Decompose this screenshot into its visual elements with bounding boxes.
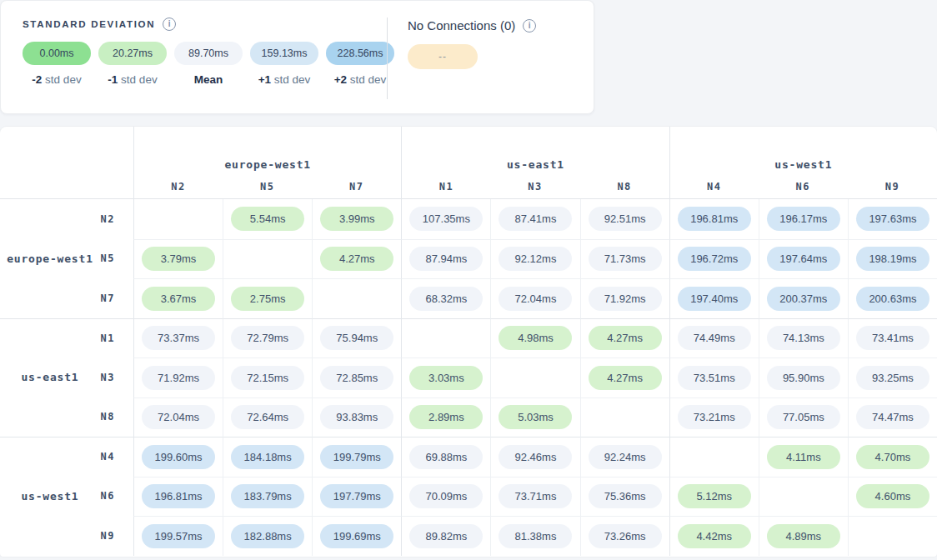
latency-pill[interactable]: 77.05ms xyxy=(767,405,840,429)
latency-cell-self xyxy=(312,278,401,318)
latency-cell: 183.79ms xyxy=(223,477,312,517)
latency-cell: 198.19ms xyxy=(848,239,937,279)
latency-pill[interactable]: 199.69ms xyxy=(320,524,393,548)
legend-stop-4: 228.56ms+2 std dev xyxy=(326,42,394,86)
latency-cell: 92.12ms xyxy=(490,239,579,279)
latency-cell: 72.64ms xyxy=(223,398,312,438)
latency-pill[interactable]: 199.60ms xyxy=(142,445,215,469)
latency-pill[interactable]: 71.92ms xyxy=(589,287,662,311)
latency-cell-self xyxy=(669,437,759,477)
latency-pill[interactable]: 196.81ms xyxy=(678,207,751,231)
latency-pill[interactable]: 182.88ms xyxy=(231,524,304,548)
latency-pill[interactable]: 197.63ms xyxy=(856,207,929,231)
row-node-label: N7 xyxy=(100,292,133,304)
latency-pill[interactable]: 2.89ms xyxy=(409,405,483,429)
latency-pill[interactable]: 73.37ms xyxy=(142,326,215,350)
latency-pill[interactable]: 196.17ms xyxy=(767,207,840,231)
latency-cell-self xyxy=(759,477,848,517)
latency-pill[interactable]: 4.27ms xyxy=(320,247,393,271)
node-column-header-N4: N4 xyxy=(669,174,759,199)
latency-pill[interactable]: 73.51ms xyxy=(678,366,751,390)
no-connections-info-icon[interactable]: i xyxy=(523,19,536,32)
latency-pill[interactable]: 72.15ms xyxy=(231,366,304,390)
region-column-header-us-east1: us-east1 xyxy=(401,127,669,174)
node-column-header-N2: N2 xyxy=(133,174,223,199)
latency-pill[interactable]: 200.63ms xyxy=(856,287,929,311)
latency-cell: 93.25ms xyxy=(848,358,937,398)
latency-pill[interactable]: 72.79ms xyxy=(231,326,304,350)
latency-pill[interactable]: 197.79ms xyxy=(320,484,393,508)
latency-pill[interactable]: 5.12ms xyxy=(678,484,751,508)
latency-pill[interactable]: 3.67ms xyxy=(142,287,215,311)
latency-pill[interactable]: 3.99ms xyxy=(320,207,393,231)
latency-pill[interactable]: 95.90ms xyxy=(767,366,840,390)
latency-pill[interactable]: 200.37ms xyxy=(767,287,840,311)
std-dev-legend: STANDARD DEVIATION i 0.00ms-2 std dev20.… xyxy=(1,1,387,113)
latency-pill[interactable]: 199.79ms xyxy=(320,445,393,469)
latency-cell: 4.27ms xyxy=(312,239,401,279)
latency-pill[interactable]: 2.75ms xyxy=(231,287,304,311)
latency-pill[interactable]: 74.13ms xyxy=(767,326,840,350)
latency-pill[interactable]: 196.72ms xyxy=(678,247,751,271)
legend-stop-pill: 0.00ms xyxy=(23,42,91,65)
latency-pill[interactable]: 74.49ms xyxy=(678,326,751,350)
latency-pill[interactable]: 4.27ms xyxy=(589,366,662,390)
latency-pill[interactable]: 4.60ms xyxy=(856,484,929,508)
latency-pill[interactable]: 75.36ms xyxy=(589,484,662,508)
latency-cell: 92.51ms xyxy=(580,199,669,239)
latency-pill[interactable]: 197.64ms xyxy=(767,247,840,271)
latency-pill[interactable]: 72.04ms xyxy=(142,405,215,429)
latency-pill[interactable]: 73.71ms xyxy=(499,484,572,508)
latency-pill[interactable]: 73.41ms xyxy=(856,326,929,350)
latency-cell: 3.03ms xyxy=(401,358,490,398)
latency-pill[interactable]: 87.41ms xyxy=(499,207,572,231)
latency-pill[interactable]: 4.89ms xyxy=(767,524,840,548)
latency-pill[interactable]: 3.03ms xyxy=(409,366,483,390)
latency-cell: 182.88ms xyxy=(223,516,312,556)
latency-pill[interactable]: 198.19ms xyxy=(856,247,929,271)
std-dev-title: STANDARD DEVIATION xyxy=(23,19,155,29)
latency-pill[interactable]: 73.21ms xyxy=(678,405,751,429)
latency-cell: 4.98ms xyxy=(490,318,579,358)
latency-pill[interactable]: 4.98ms xyxy=(499,326,572,350)
latency-pill[interactable]: 4.27ms xyxy=(589,326,662,350)
latency-pill[interactable]: 92.51ms xyxy=(589,207,662,231)
latency-pill[interactable]: 93.25ms xyxy=(856,366,929,390)
latency-pill[interactable]: 71.92ms xyxy=(142,366,215,390)
latency-pill[interactable]: 183.79ms xyxy=(231,484,304,508)
latency-pill[interactable]: 71.73ms xyxy=(589,247,662,271)
row-label-N9: N9 xyxy=(0,516,133,556)
latency-pill[interactable]: 196.81ms xyxy=(142,484,215,508)
legend-stop-pill: 89.70ms xyxy=(174,42,243,65)
latency-cell: 196.72ms xyxy=(669,239,759,279)
latency-pill[interactable]: 74.47ms xyxy=(856,405,929,429)
latency-pill[interactable]: 93.83ms xyxy=(320,405,393,429)
latency-pill[interactable]: 4.11ms xyxy=(767,445,840,469)
latency-pill[interactable]: 5.03ms xyxy=(499,405,572,429)
latency-pill[interactable]: 199.57ms xyxy=(142,524,215,548)
latency-pill[interactable]: 75.94ms xyxy=(320,326,393,350)
std-dev-info-icon[interactable]: i xyxy=(163,18,176,31)
latency-pill[interactable]: 107.35ms xyxy=(409,207,483,231)
latency-pill[interactable]: 92.46ms xyxy=(499,445,572,469)
latency-cell: 107.35ms xyxy=(401,199,490,239)
latency-pill[interactable]: 68.32ms xyxy=(409,287,483,311)
latency-pill[interactable]: 5.54ms xyxy=(231,207,304,231)
latency-pill[interactable]: 72.04ms xyxy=(499,287,572,311)
latency-pill[interactable]: 184.18ms xyxy=(231,445,304,469)
latency-pill[interactable]: 72.85ms xyxy=(320,366,393,390)
latency-pill[interactable]: 73.26ms xyxy=(589,524,662,548)
latency-pill[interactable]: 89.82ms xyxy=(409,524,483,548)
latency-pill[interactable]: 3.79ms xyxy=(142,247,215,271)
latency-pill[interactable]: 81.38ms xyxy=(499,524,572,548)
latency-pill[interactable]: 92.24ms xyxy=(589,445,662,469)
latency-pill[interactable]: 69.88ms xyxy=(409,445,483,469)
latency-pill[interactable]: 92.12ms xyxy=(499,247,572,271)
matrix-corner-cell xyxy=(0,127,133,199)
latency-pill[interactable]: 4.70ms xyxy=(856,445,929,469)
latency-pill[interactable]: 72.64ms xyxy=(231,405,304,429)
latency-pill[interactable]: 70.09ms xyxy=(409,484,483,508)
latency-pill[interactable]: 87.94ms xyxy=(409,247,483,271)
latency-pill[interactable]: 4.42ms xyxy=(678,524,751,548)
latency-pill[interactable]: 197.40ms xyxy=(678,287,751,311)
